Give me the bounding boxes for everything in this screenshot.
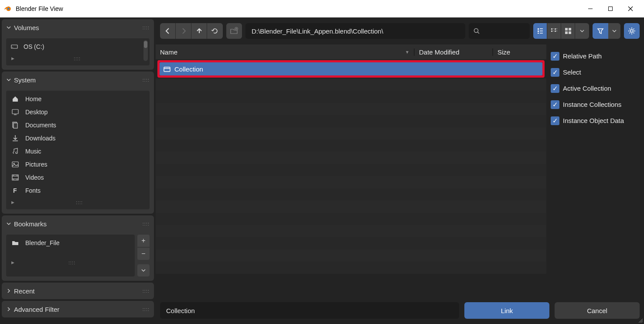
bookmarks-label: Bookmarks	[14, 220, 47, 228]
filter-button[interactable]	[593, 23, 608, 39]
system-item-home[interactable]: Home	[8, 92, 148, 106]
folder-icon	[10, 239, 20, 247]
checkbox-checked-icon: ✓	[551, 100, 559, 109]
highlighted-selection: Collection	[157, 60, 545, 78]
view-vertical-list-button[interactable]	[533, 23, 547, 39]
remove-bookmark-button[interactable]: −	[137, 248, 150, 260]
advanced-filter-label: Advanced Filter	[14, 306, 59, 313]
system-item-desktop[interactable]: Desktop	[8, 106, 148, 119]
bookmark-menu-button[interactable]	[137, 264, 150, 276]
options-panel: ✓Relative Path ✓Select ✓Active Collectio…	[546, 44, 644, 297]
add-bookmark-button[interactable]: +	[137, 235, 150, 247]
resize-grip-icon[interactable]	[638, 318, 643, 323]
svg-rect-7	[14, 123, 17, 128]
system-header[interactable]: System ::::	[2, 72, 154, 88]
view-thumbnails-button[interactable]	[561, 23, 575, 39]
scrollbar[interactable]	[143, 40, 148, 61]
expand-icon[interactable]: ▶	[11, 260, 14, 265]
option-instance-collections[interactable]: ✓Instance Collections	[551, 96, 640, 113]
volumes-panel: Volumes :::: OS (C:) ▶::::	[2, 19, 154, 70]
option-instance-object-data[interactable]: ✓Instance Object Data	[551, 113, 640, 129]
expand-icon[interactable]: ▶	[11, 56, 14, 61]
system-item-videos[interactable]: Videos	[8, 171, 148, 184]
bookmark-item[interactable]: Blender_File	[8, 236, 133, 249]
column-header-name[interactable]: Name▼	[156, 48, 415, 56]
drag-handle-icon[interactable]: ::::	[143, 25, 150, 30]
settings-button[interactable]	[624, 23, 640, 39]
home-icon	[10, 95, 20, 103]
system-label: System	[14, 76, 36, 84]
path-input[interactable]	[245, 23, 465, 39]
system-item-downloads[interactable]: Downloads	[8, 132, 148, 145]
drag-handle-icon[interactable]: ::::	[143, 77, 150, 82]
view-horizontal-list-button[interactable]	[547, 23, 561, 39]
svg-rect-14	[538, 28, 539, 30]
system-panel: System :::: Home Desktop Documents Downl…	[2, 72, 154, 214]
svg-point-13	[474, 29, 478, 33]
filter-dropdown[interactable]	[608, 23, 620, 39]
link-button[interactable]: Link	[464, 302, 549, 319]
system-item-pictures[interactable]: Pictures	[8, 158, 148, 171]
cancel-button[interactable]: Cancel	[555, 302, 640, 319]
volumes-header[interactable]: Volumes ::::	[2, 19, 154, 36]
maximize-button[interactable]	[600, 0, 620, 17]
search-input[interactable]	[469, 23, 530, 39]
drag-handle-icon[interactable]: ::::	[143, 307, 150, 312]
bookmarks-header[interactable]: Bookmarks ::::	[2, 215, 154, 232]
system-item-music[interactable]: Music	[8, 145, 148, 158]
svg-point-1	[7, 8, 10, 10]
sidebar: Volumes :::: OS (C:) ▶::::	[0, 17, 156, 324]
download-icon	[10, 134, 20, 142]
drag-dots-icon[interactable]: ::::	[76, 200, 83, 205]
sort-desc-icon: ▼	[405, 50, 409, 55]
window-title: Blender File View	[16, 5, 580, 12]
view-options-dropdown[interactable]	[575, 23, 589, 39]
forward-button[interactable]	[176, 23, 191, 39]
pictures-icon	[10, 160, 20, 168]
expand-icon[interactable]: ▶	[11, 200, 14, 205]
drag-handle-icon[interactable]: ::::	[143, 221, 150, 226]
chevron-down-icon	[6, 221, 14, 226]
option-select[interactable]: ✓Select	[551, 64, 640, 80]
videos-icon	[10, 174, 20, 181]
svg-text:F: F	[13, 187, 17, 194]
option-active-collection[interactable]: ✓Active Collection	[551, 80, 640, 96]
parent-button[interactable]	[191, 23, 207, 39]
option-relative-path[interactable]: ✓Relative Path	[551, 48, 640, 64]
svg-rect-15	[538, 31, 539, 32]
svg-point-9	[14, 163, 15, 164]
svg-rect-19	[555, 28, 556, 30]
new-folder-button[interactable]	[226, 23, 242, 39]
svg-rect-21	[565, 28, 568, 31]
drag-dots-icon[interactable]: ::::	[68, 260, 75, 265]
svg-point-4	[12, 47, 13, 48]
svg-rect-8	[12, 162, 18, 167]
filename-input[interactable]	[160, 302, 459, 319]
advanced-filter-header[interactable]: Advanced Filter ::::	[2, 301, 154, 317]
system-item-documents[interactable]: Documents	[8, 119, 148, 132]
documents-icon	[10, 121, 20, 129]
svg-rect-3	[11, 45, 17, 48]
chevron-right-icon	[6, 307, 14, 312]
column-header-size[interactable]: Size	[493, 48, 546, 56]
column-header-date[interactable]: Date Modified	[415, 48, 493, 56]
svg-rect-17	[551, 28, 552, 30]
svg-rect-24	[569, 31, 571, 34]
checkbox-checked-icon: ✓	[551, 84, 559, 93]
volume-item-c[interactable]: OS (C:)	[8, 40, 143, 53]
bookmarks-panel: Bookmarks :::: Blender_File ▶:::: + −	[2, 215, 154, 281]
refresh-button[interactable]	[207, 23, 223, 39]
chevron-right-icon	[6, 288, 14, 293]
svg-rect-2	[609, 7, 613, 11]
svg-point-25	[630, 30, 633, 32]
file-row-collection[interactable]: Collection	[160, 62, 542, 75]
drag-handle-icon[interactable]: ::::	[143, 288, 150, 293]
system-item-fonts[interactable]: FFonts	[8, 184, 148, 197]
drag-dots-icon[interactable]: ::::	[74, 56, 81, 61]
minimize-button[interactable]	[580, 0, 600, 17]
chevron-down-icon	[6, 77, 14, 82]
back-button[interactable]	[160, 23, 176, 39]
collection-icon	[163, 65, 171, 73]
recent-header[interactable]: Recent ::::	[2, 283, 154, 299]
close-button[interactable]	[620, 0, 641, 17]
